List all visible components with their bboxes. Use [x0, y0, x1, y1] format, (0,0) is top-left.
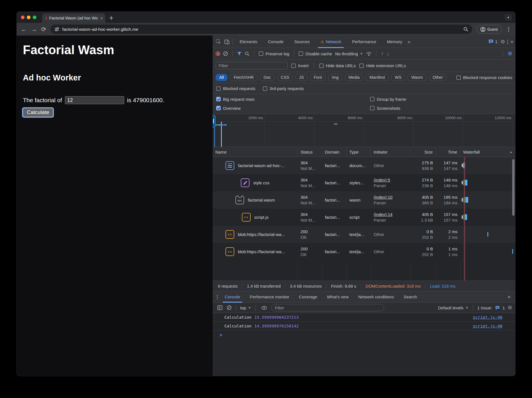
chip-manifest[interactable]: Manifest [366, 74, 389, 81]
tab-sources[interactable]: Sources [289, 36, 315, 48]
checkbox-icon[interactable] [291, 64, 296, 68]
request-row[interactable]: blob:https://factorial-wa... 200OK facto… [213, 243, 515, 260]
reload-icon[interactable]: ⟳ [41, 26, 46, 32]
preserve-log-checkbox[interactable]: Preserve log [259, 51, 289, 56]
chip-css[interactable]: CSS [277, 74, 293, 81]
initiator-link[interactable]: (index):14 [374, 212, 408, 217]
drawer-tab-performance-monitor[interactable]: Performance monitor [245, 291, 294, 303]
address-bar[interactable]: factorial-wasm-ad-hoc-worker.glitch.me [51, 25, 472, 34]
issues-icon[interactable] [495, 306, 500, 310]
settings-gear-icon[interactable]: ⚙ [501, 39, 505, 44]
factorial-input[interactable] [65, 96, 124, 104]
more-tabs-icon[interactable]: » [408, 39, 410, 44]
issues-icon[interactable] [488, 39, 494, 44]
checkbox-icon[interactable] [456, 75, 461, 80]
eye-icon[interactable] [260, 306, 268, 310]
browser-tab[interactable]: ! Factorial Wasm (ad hoc Work × [42, 13, 105, 23]
checkbox-icon[interactable] [370, 97, 375, 101]
column-header-size[interactable]: Size [410, 147, 436, 157]
column-header-name[interactable]: Name [213, 147, 298, 157]
clear-network-log-icon[interactable] [223, 51, 228, 56]
tab-performance[interactable]: Performance [347, 36, 382, 48]
checkbox-icon[interactable] [370, 106, 375, 110]
search-icon[interactable] [245, 51, 249, 56]
console-settings-gear-icon[interactable]: ⚙ [508, 305, 512, 310]
request-row[interactable]: factorial-wasm-ad-hoc-... 304Not M... fa… [213, 157, 515, 174]
tab-console[interactable]: Console [263, 36, 289, 48]
overview-checkbox[interactable]: Overview [213, 106, 370, 111]
fullscreen-window-button[interactable] [33, 16, 36, 19]
inspect-element-icon[interactable] [214, 39, 223, 45]
disable-cache-checkbox[interactable]: Disable cache [299, 51, 332, 56]
throttling-select[interactable]: No throttling▼ [335, 51, 363, 56]
overview-range-handle[interactable] [213, 115, 216, 128]
chip-other[interactable]: Other [429, 74, 446, 81]
invert-checkbox[interactable]: Invert [291, 63, 309, 68]
clear-console-icon[interactable] [227, 305, 231, 310]
group-by-frame-checkbox[interactable]: Group by frame [370, 97, 406, 102]
drawer-tab-search[interactable]: Search [399, 291, 422, 303]
filter-funnel-icon[interactable] [237, 52, 242, 56]
close-window-button[interactable] [21, 16, 25, 19]
screenshots-checkbox[interactable]: Screenshots [370, 106, 400, 111]
device-toolbar-icon[interactable] [223, 39, 231, 45]
request-row[interactable]: blob:https://factorial-wa... 200OK facto… [213, 226, 515, 243]
tab-elements[interactable]: Elements [234, 36, 263, 48]
close-devtools-icon[interactable]: × [510, 39, 514, 44]
column-header-waterfall[interactable]: Waterfall ▲ [460, 147, 515, 157]
site-settings-icon[interactable] [54, 27, 59, 32]
chip-ws[interactable]: WS [391, 74, 405, 81]
checkbox-icon[interactable] [216, 86, 221, 91]
hide-extension-urls-checkbox[interactable]: Hide extension URLs [359, 63, 406, 68]
tab-network[interactable]: ⚠ Network [315, 36, 347, 48]
third-party-requests-checkbox[interactable]: 3rd-party requests [263, 86, 304, 91]
forward-icon[interactable]: → [31, 26, 37, 32]
column-header-status[interactable]: Status [298, 147, 322, 157]
chip-fetch-xhr[interactable]: Fetch/XHR [230, 74, 257, 81]
drawer-menu-icon[interactable]: ⋮ [215, 294, 220, 299]
close-drawer-icon[interactable]: × [507, 294, 511, 299]
profile-button[interactable]: Guest [476, 25, 502, 34]
checkbox-checked-icon[interactable] [216, 97, 221, 101]
tab-close-icon[interactable]: × [100, 16, 103, 21]
network-filter-input[interactable] [216, 62, 288, 69]
network-conditions-icon[interactable] [366, 51, 372, 56]
chip-doc[interactable]: Doc [260, 74, 275, 81]
big-request-rows-checkbox[interactable]: Big request rows [213, 97, 370, 102]
tab-memory[interactable]: Memory [382, 36, 408, 48]
checkbox-icon[interactable] [263, 86, 267, 91]
console-context-select[interactable]: top▼ [240, 305, 251, 310]
devtools-menu-icon[interactable]: ⋮ [505, 39, 510, 44]
drawer-tab-console[interactable]: Console [220, 291, 245, 303]
record-network-log-icon[interactable] [216, 51, 220, 56]
vertical-scrollbar[interactable] [512, 159, 515, 216]
zoom-icon[interactable] [463, 27, 468, 32]
tab-search-button[interactable]: ▾ [505, 14, 512, 21]
checkbox-icon[interactable] [319, 64, 324, 68]
column-header-time[interactable]: Time [436, 147, 460, 157]
request-row[interactable]: script.js 304Not M... factori... script … [213, 209, 515, 226]
checkbox-icon[interactable] [259, 51, 263, 56]
chip-js[interactable]: JS [295, 74, 308, 81]
initiator-link[interactable]: (index):5 [374, 178, 408, 182]
request-row[interactable]: factorial.wasm 304Not M... factori... wa… [213, 191, 515, 209]
console-levels-select[interactable]: Default levels▼ [438, 305, 468, 310]
initiator-link[interactable]: (index):10 [374, 195, 408, 200]
calculate-button[interactable]: Calculate [23, 108, 53, 117]
drawer-tab-network-conditions[interactable]: Network conditions [353, 291, 399, 303]
chip-wasm[interactable]: Wasm [408, 74, 426, 81]
checkbox-checked-icon[interactable] [216, 106, 221, 110]
console-prompt[interactable]: > [213, 331, 515, 339]
new-tab-button[interactable]: + [109, 14, 113, 21]
browser-menu-icon[interactable]: ⋮ [506, 26, 511, 32]
minimize-window-button[interactable] [27, 16, 30, 19]
drawer-tab-whats-new[interactable]: What's new [322, 291, 353, 303]
network-settings-gear-icon[interactable]: ⚙ [508, 51, 512, 56]
network-overview-timeline[interactable]: 2000 ms 4000 ms 6000 ms 8000 ms 10000 ms… [213, 114, 515, 147]
chip-img[interactable]: Img [328, 74, 342, 81]
export-har-icon[interactable]: ↓ [387, 51, 389, 56]
chip-font[interactable]: Font [310, 74, 326, 81]
checkbox-icon[interactable] [299, 51, 303, 56]
import-har-icon[interactable]: ↑ [381, 51, 384, 56]
console-sidebar-icon[interactable] [216, 305, 224, 310]
